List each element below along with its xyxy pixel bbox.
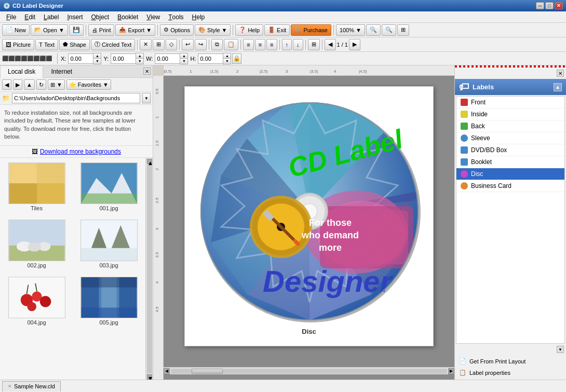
scroll-h-thumb[interactable] <box>192 369 223 374</box>
x-input[interactable] <box>68 53 93 64</box>
menu-label[interactable]: Label <box>39 11 63 22</box>
open-button[interactable]: 📂 Open ▼ <box>31 24 68 36</box>
menu-insert[interactable]: Insert <box>63 11 87 22</box>
list-item[interactable]: 001.jpg <box>74 160 143 214</box>
undo-button[interactable]: ↩ <box>182 39 194 50</box>
scroll-up-button[interactable]: ▲ <box>147 159 152 164</box>
label-row-sleeve[interactable]: Sleeve <box>456 132 564 144</box>
nav-up-button[interactable]: ▲ <box>24 79 35 90</box>
tab-internet[interactable]: Internet <box>43 65 80 77</box>
scroll-right-button[interactable]: ▶ <box>448 368 454 374</box>
prev-page-button[interactable]: ◀ <box>325 39 336 50</box>
copy-button[interactable]: ⧉ <box>211 39 223 50</box>
menu-tools[interactable]: Tools <box>164 11 187 22</box>
label-row-front[interactable]: Front <box>456 97 564 109</box>
favorites-button[interactable]: ⭐ Favorites ▼ <box>66 79 111 90</box>
exit-button[interactable]: 🚪 Exit <box>264 24 290 36</box>
h-input[interactable] <box>198 53 223 64</box>
align-right-button[interactable]: ≡ <box>266 39 277 50</box>
properties-button[interactable]: ◇ <box>166 39 177 50</box>
lock-aspect-button[interactable]: 🔒 <box>232 53 241 64</box>
zoom-in-button[interactable]: 🔍 <box>382 24 396 36</box>
list-item[interactable]: 002.jpg <box>2 217 71 271</box>
nav-forward-button[interactable]: ▶ <box>13 79 22 90</box>
text-button[interactable]: T Text <box>35 39 58 50</box>
menu-help[interactable]: Help <box>188 11 209 22</box>
list-item[interactable]: 004.jpg <box>2 274 71 328</box>
refresh-button[interactable]: ↻ <box>36 79 46 90</box>
print-button[interactable]: 🖨 Print <box>88 24 115 36</box>
close-button[interactable]: ✕ <box>555 2 563 9</box>
purchase-button[interactable]: 🛒 Purchase <box>291 24 331 36</box>
left-panel-close-button[interactable]: ✕ <box>143 67 151 75</box>
horizontal-scrollbar[interactable]: ◀ ▶ <box>164 367 454 374</box>
options-button[interactable]: ⚙ Options <box>160 24 194 36</box>
paste-button[interactable]: 📋 <box>224 39 238 50</box>
scroll-down-button[interactable]: ▼ <box>147 374 152 380</box>
save-button[interactable]: 💾 <box>69 24 84 36</box>
w-input[interactable] <box>155 53 180 64</box>
shape-button[interactable]: ⬟ Shape <box>59 39 90 50</box>
list-item[interactable]: Tiles <box>2 160 71 214</box>
label-row-booklet[interactable]: Booklet <box>456 156 564 168</box>
label-row-inside[interactable]: Inside <box>456 109 564 120</box>
label-properties-button[interactable]: 📋 Label properties <box>456 368 565 377</box>
crop-button[interactable]: ⊞ <box>153 39 165 50</box>
picture-button[interactable]: 🖼 Picture <box>2 39 34 50</box>
back-button[interactable]: ↓ <box>293 39 303 50</box>
x-increment[interactable]: ▲ <box>93 53 101 59</box>
menu-edit[interactable]: Edit <box>20 11 39 22</box>
vertical-scrollbar[interactable]: ▲ ▼ <box>145 158 153 380</box>
align-left-button[interactable]: ≡ <box>243 39 253 50</box>
zoom-select[interactable]: 100% ▼ <box>336 24 365 36</box>
path-input[interactable] <box>12 93 140 103</box>
path-dropdown-button[interactable]: ▼ <box>142 93 151 103</box>
group-button[interactable]: ⊞ <box>308 39 320 50</box>
close-tab-icon[interactable]: ✕ <box>8 384 12 389</box>
maximize-button[interactable]: □ <box>545 2 554 9</box>
align-center-button[interactable]: ≡ <box>255 39 265 50</box>
scroll-left-button[interactable]: ◀ <box>164 368 170 374</box>
h-decrement[interactable]: ▼ <box>223 59 231 64</box>
list-item[interactable]: 003.jpg <box>74 217 143 271</box>
menu-object[interactable]: Object <box>87 11 113 22</box>
h-increment[interactable]: ▲ <box>223 53 231 59</box>
menu-view[interactable]: View <box>142 11 164 22</box>
canvas-scroll-area[interactable]: CD Label Designer For those who demand m… <box>164 76 454 380</box>
labels-expand-button[interactable]: ▲ <box>554 83 562 91</box>
help-button[interactable]: ❓ Help <box>235 24 263 36</box>
fit-button[interactable]: ⊞ <box>397 24 409 36</box>
style-button[interactable]: 🎨 Style ▼ <box>195 24 231 36</box>
next-page-button[interactable]: ▶ <box>349 39 360 50</box>
menu-booklet[interactable]: Booklet <box>113 11 142 22</box>
y-input[interactable] <box>111 53 136 64</box>
get-from-print-layout-button[interactable]: 📄 Get From Print Layout <box>456 356 565 366</box>
tab-local-disk[interactable]: Local disk <box>0 65 43 78</box>
label-list-scroll-down[interactable]: ▼ <box>557 346 564 353</box>
label-row-businesscard[interactable]: Business Card <box>456 180 564 192</box>
nav-back-button[interactable]: ◀ <box>2 79 11 90</box>
redo-button[interactable]: ↪ <box>195 39 207 50</box>
delete-button[interactable]: ✕ <box>140 39 152 50</box>
y-increment[interactable]: ▲ <box>136 53 143 59</box>
export-button[interactable]: 📤 Export ▼ <box>115 24 155 36</box>
right-panel-close-button[interactable]: ✕ <box>557 70 564 77</box>
list-item[interactable]: 005.jpg <box>74 274 143 328</box>
x-decrement[interactable]: ▼ <box>93 59 101 64</box>
label-row-back[interactable]: Back <box>456 120 564 132</box>
download-link[interactable]: Download more backgrounds <box>40 148 121 155</box>
y-decrement[interactable]: ▼ <box>136 59 143 64</box>
circled-text-button[interactable]: Ⓣ Circled Text <box>91 39 135 50</box>
label-row-disc[interactable]: Disc <box>456 168 564 180</box>
label-row-dvdbox[interactable]: DVD/BD Box <box>456 144 564 156</box>
file-toolbar: ◀ ▶ ▲ ↻ ⊞▼ ⭐ Favorites ▼ <box>0 78 153 92</box>
minimize-button[interactable]: ─ <box>536 2 544 9</box>
front-button[interactable]: ↑ <box>282 39 292 50</box>
w-increment[interactable]: ▲ <box>180 53 187 59</box>
zoom-out-button[interactable]: 🔍 <box>366 24 381 36</box>
menu-file[interactable]: File <box>2 11 20 22</box>
new-button[interactable]: 📄 New <box>2 24 30 36</box>
view-toggle-button[interactable]: ⊞▼ <box>48 79 65 90</box>
document-tab[interactable]: ✕ Sample New.cld <box>2 381 61 391</box>
w-decrement[interactable]: ▼ <box>180 59 187 64</box>
